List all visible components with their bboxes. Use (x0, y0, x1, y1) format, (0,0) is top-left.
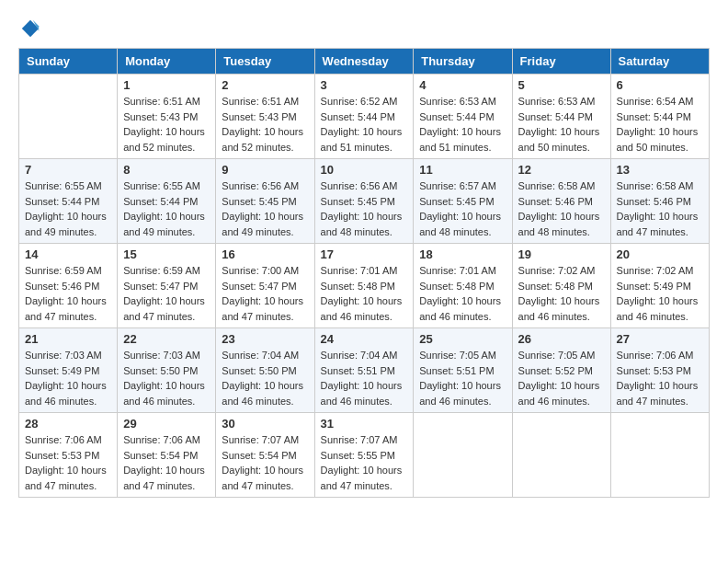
day-info: Sunrise: 6:57 AMSunset: 5:45 PMDaylight:… (419, 178, 506, 239)
calendar-cell: 10Sunrise: 6:56 AMSunset: 5:45 PMDayligh… (314, 159, 414, 244)
day-number: 8 (123, 163, 210, 177)
calendar-cell: 4Sunrise: 6:53 AMSunset: 5:44 PMDaylight… (414, 75, 512, 159)
calendar-cell: 13Sunrise: 6:58 AMSunset: 5:46 PMDayligh… (610, 159, 709, 244)
day-info: Sunrise: 6:52 AMSunset: 5:44 PMDaylight:… (321, 94, 408, 155)
day-info: Sunrise: 7:07 AMSunset: 5:55 PMDaylight:… (321, 432, 408, 493)
day-info: Sunrise: 6:56 AMSunset: 5:45 PMDaylight:… (321, 178, 408, 239)
calendar-cell: 23Sunrise: 7:04 AMSunset: 5:50 PMDayligh… (216, 328, 314, 413)
day-info: Sunrise: 6:54 AMSunset: 5:44 PMDaylight:… (617, 94, 703, 155)
day-info: Sunrise: 7:05 AMSunset: 5:51 PMDaylight:… (419, 348, 506, 408)
day-number: 9 (222, 163, 308, 177)
calendar-cell: 14Sunrise: 6:59 AMSunset: 5:46 PMDayligh… (19, 244, 118, 328)
day-number: 17 (321, 247, 408, 261)
day-number: 26 (518, 332, 605, 346)
logo (18, 18, 40, 39)
calendar-cell: 15Sunrise: 6:59 AMSunset: 5:47 PMDayligh… (118, 244, 216, 328)
calendar-cell: 24Sunrise: 7:04 AMSunset: 5:51 PMDayligh… (314, 328, 414, 413)
day-info: Sunrise: 7:01 AMSunset: 5:48 PMDaylight:… (419, 263, 506, 324)
day-number: 30 (222, 417, 308, 431)
day-info: Sunrise: 7:01 AMSunset: 5:48 PMDaylight:… (321, 263, 408, 324)
calendar-week-3: 14Sunrise: 6:59 AMSunset: 5:46 PMDayligh… (19, 244, 710, 328)
day-number: 4 (419, 78, 506, 92)
calendar-cell: 26Sunrise: 7:05 AMSunset: 5:52 PMDayligh… (512, 328, 610, 413)
calendar-cell: 5Sunrise: 6:53 AMSunset: 5:44 PMDaylight… (512, 75, 610, 159)
calendar-cell: 25Sunrise: 7:05 AMSunset: 5:51 PMDayligh… (414, 328, 512, 413)
calendar-cell: 6Sunrise: 6:54 AMSunset: 5:44 PMDaylight… (610, 75, 709, 159)
calendar-cell: 21Sunrise: 7:03 AMSunset: 5:49 PMDayligh… (19, 328, 118, 413)
column-header-monday: Monday (118, 49, 216, 75)
calendar-cell: 20Sunrise: 7:02 AMSunset: 5:49 PMDayligh… (610, 244, 709, 328)
calendar-week-1: 1Sunrise: 6:51 AMSunset: 5:43 PMDaylight… (19, 75, 710, 159)
calendar-week-4: 21Sunrise: 7:03 AMSunset: 5:49 PMDayligh… (19, 328, 710, 413)
calendar-cell: 8Sunrise: 6:55 AMSunset: 5:44 PMDaylight… (118, 159, 216, 244)
day-number: 28 (25, 417, 111, 431)
day-number: 27 (617, 332, 703, 346)
day-number: 29 (123, 417, 210, 431)
day-info: Sunrise: 6:55 AMSunset: 5:44 PMDaylight:… (25, 178, 111, 239)
calendar-cell: 16Sunrise: 7:00 AMSunset: 5:47 PMDayligh… (216, 244, 314, 328)
calendar-cell (512, 413, 610, 498)
calendar-table: SundayMondayTuesdayWednesdayThursdayFrid… (18, 48, 710, 498)
day-number: 25 (419, 332, 506, 346)
day-info: Sunrise: 6:59 AMSunset: 5:47 PMDaylight:… (123, 263, 210, 324)
day-number: 10 (321, 163, 408, 177)
column-header-friday: Friday (512, 49, 610, 75)
day-number: 11 (419, 163, 506, 177)
day-number: 21 (25, 332, 111, 346)
svg-marker-0 (22, 20, 39, 37)
calendar-cell: 1Sunrise: 6:51 AMSunset: 5:43 PMDaylight… (118, 75, 216, 159)
calendar-header-row: SundayMondayTuesdayWednesdayThursdayFrid… (19, 49, 710, 75)
calendar-cell: 22Sunrise: 7:03 AMSunset: 5:50 PMDayligh… (118, 328, 216, 413)
day-number: 22 (123, 332, 210, 346)
calendar-cell: 12Sunrise: 6:58 AMSunset: 5:46 PMDayligh… (512, 159, 610, 244)
column-header-tuesday: Tuesday (216, 49, 314, 75)
day-info: Sunrise: 7:06 AMSunset: 5:53 PMDaylight:… (25, 432, 111, 493)
calendar-cell: 3Sunrise: 6:52 AMSunset: 5:44 PMDaylight… (314, 75, 414, 159)
day-number: 24 (321, 332, 408, 346)
calendar-cell: 9Sunrise: 6:56 AMSunset: 5:45 PMDaylight… (216, 159, 314, 244)
calendar-cell: 17Sunrise: 7:01 AMSunset: 5:48 PMDayligh… (314, 244, 414, 328)
calendar-cell: 11Sunrise: 6:57 AMSunset: 5:45 PMDayligh… (414, 159, 512, 244)
calendar-cell (19, 75, 118, 159)
day-number: 2 (222, 78, 308, 92)
day-number: 16 (222, 247, 308, 261)
day-info: Sunrise: 7:02 AMSunset: 5:48 PMDaylight:… (518, 263, 605, 324)
day-number: 7 (25, 163, 111, 177)
column-header-sunday: Sunday (19, 49, 118, 75)
logo-icon (20, 18, 40, 39)
calendar-cell: 19Sunrise: 7:02 AMSunset: 5:48 PMDayligh… (512, 244, 610, 328)
day-info: Sunrise: 7:06 AMSunset: 5:53 PMDaylight:… (617, 348, 703, 408)
day-number: 19 (518, 247, 605, 261)
day-number: 15 (123, 247, 210, 261)
calendar-cell: 30Sunrise: 7:07 AMSunset: 5:54 PMDayligh… (216, 413, 314, 498)
day-info: Sunrise: 6:51 AMSunset: 5:43 PMDaylight:… (123, 94, 210, 155)
calendar-cell: 31Sunrise: 7:07 AMSunset: 5:55 PMDayligh… (314, 413, 414, 498)
calendar-cell: 2Sunrise: 6:51 AMSunset: 5:43 PMDaylight… (216, 75, 314, 159)
calendar-cell: 29Sunrise: 7:06 AMSunset: 5:54 PMDayligh… (118, 413, 216, 498)
calendar-cell: 27Sunrise: 7:06 AMSunset: 5:53 PMDayligh… (610, 328, 709, 413)
day-number: 23 (222, 332, 308, 346)
day-info: Sunrise: 6:58 AMSunset: 5:46 PMDaylight:… (518, 178, 605, 239)
calendar-week-2: 7Sunrise: 6:55 AMSunset: 5:44 PMDaylight… (19, 159, 710, 244)
day-info: Sunrise: 7:00 AMSunset: 5:47 PMDaylight:… (222, 263, 308, 324)
day-number: 6 (617, 78, 703, 92)
calendar-week-5: 28Sunrise: 7:06 AMSunset: 5:53 PMDayligh… (19, 413, 710, 498)
day-info: Sunrise: 7:03 AMSunset: 5:50 PMDaylight:… (123, 348, 210, 408)
day-info: Sunrise: 6:55 AMSunset: 5:44 PMDaylight:… (123, 178, 210, 239)
day-info: Sunrise: 6:53 AMSunset: 5:44 PMDaylight:… (419, 94, 506, 155)
column-header-saturday: Saturday (610, 49, 709, 75)
day-number: 5 (518, 78, 605, 92)
calendar-cell (414, 413, 512, 498)
day-info: Sunrise: 7:04 AMSunset: 5:51 PMDaylight:… (321, 348, 408, 408)
day-info: Sunrise: 7:05 AMSunset: 5:52 PMDaylight:… (518, 348, 605, 408)
day-number: 31 (321, 417, 408, 431)
page-header (18, 18, 710, 39)
day-number: 20 (617, 247, 703, 261)
day-info: Sunrise: 7:02 AMSunset: 5:49 PMDaylight:… (617, 263, 703, 324)
day-info: Sunrise: 7:04 AMSunset: 5:50 PMDaylight:… (222, 348, 308, 408)
day-number: 14 (25, 247, 111, 261)
day-number: 12 (518, 163, 605, 177)
day-info: Sunrise: 7:07 AMSunset: 5:54 PMDaylight:… (222, 432, 308, 493)
column-header-thursday: Thursday (414, 49, 512, 75)
day-info: Sunrise: 7:06 AMSunset: 5:54 PMDaylight:… (123, 432, 210, 493)
